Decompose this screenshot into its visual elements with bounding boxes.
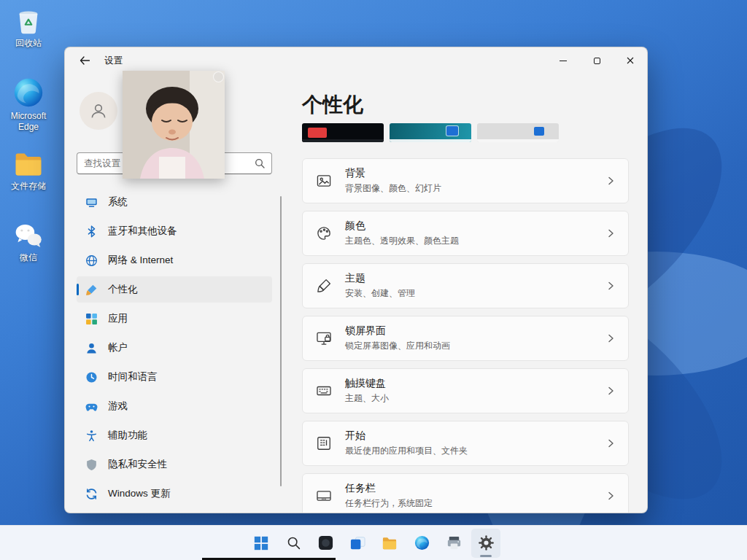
close-button[interactable] bbox=[614, 47, 647, 74]
taskbar-rect-icon bbox=[316, 488, 332, 504]
taskbar bbox=[0, 525, 747, 560]
sidebar-item-label: 帐户 bbox=[108, 341, 128, 354]
back-button[interactable] bbox=[74, 50, 96, 71]
card-title: 触摸键盘 bbox=[345, 377, 389, 390]
sidebar-item-gaming[interactable]: 游戏 bbox=[77, 393, 272, 419]
printer-button[interactable] bbox=[439, 529, 468, 558]
sidebar-item-bluetooth-devices[interactable]: 蓝牙和其他设备 bbox=[77, 218, 272, 244]
sidebar-item-label: 系统 bbox=[108, 195, 128, 209]
theme-taskbar-light bbox=[390, 139, 471, 142]
settings-main: 个性化 bbox=[284, 74, 647, 513]
color-palette-icon bbox=[316, 225, 332, 241]
sidebar-item-windows-update[interactable]: Windows 更新 bbox=[77, 481, 272, 507]
window-title: 设置 bbox=[104, 55, 123, 67]
theme-taskbar-light bbox=[477, 139, 559, 142]
card-subtitle: 任务栏行为，系统固定 bbox=[345, 497, 433, 510]
card-themes[interactable]: 主题安装、创建、管理 bbox=[302, 263, 629, 308]
photo-corner-button[interactable] bbox=[213, 71, 224, 82]
teal-theme-preview[interactable] bbox=[390, 123, 471, 142]
card-touch-keyboard[interactable]: 触摸键盘主题、大小 bbox=[302, 368, 629, 413]
card-subtitle: 主题色、透明效果、颜色主题 bbox=[345, 235, 459, 247]
apps-grid-icon bbox=[85, 313, 98, 325]
touch-keyboard-icon bbox=[316, 383, 332, 399]
chevron-right-icon bbox=[606, 386, 615, 395]
desktop-icon-file-storage[interactable]: 文件存储 bbox=[0, 149, 57, 192]
windows-logo-icon bbox=[253, 535, 269, 551]
card-lock-screen[interactable]: 锁屏界面锁定屏幕图像、应用和动画 bbox=[302, 316, 629, 361]
desktop-icon-recycle-bin[interactable]: 回收站 bbox=[0, 6, 57, 49]
personalization-brush-icon bbox=[85, 284, 98, 296]
shield-icon bbox=[85, 459, 98, 471]
taskbar-app-dark[interactable] bbox=[311, 529, 340, 558]
accessibility-icon bbox=[85, 429, 98, 442]
page-title: 个性化 bbox=[302, 94, 629, 117]
sidebar-item-label: 隐私和安全性 bbox=[108, 458, 167, 471]
file-explorer-button[interactable] bbox=[375, 529, 404, 558]
sidebar-item-label: 个性化 bbox=[108, 283, 138, 296]
minimize-button[interactable] bbox=[546, 47, 580, 74]
desktop-icon-label: 回收站 bbox=[15, 38, 42, 48]
card-title: 颜色 bbox=[345, 219, 459, 233]
card-title: 背景 bbox=[345, 167, 441, 180]
sidebar-item-personalization[interactable]: 个性化 bbox=[77, 276, 272, 303]
sidebar-item-accounts[interactable]: 帐户 bbox=[77, 335, 272, 361]
task-view-button[interactable] bbox=[343, 529, 372, 558]
light-theme-preview[interactable] bbox=[477, 123, 559, 142]
account-avatar[interactable] bbox=[80, 92, 117, 130]
desktop-icon-edge[interactable]: Microsoft Edge bbox=[0, 76, 57, 133]
desktop-icon-label: Microsoft Edge bbox=[11, 111, 47, 132]
folder-icon bbox=[381, 535, 398, 551]
card-subtitle: 最近使用的应用和项目、文件夹 bbox=[345, 445, 468, 457]
card-subtitle: 安装、创建、管理 bbox=[345, 287, 415, 300]
window-controls bbox=[546, 47, 647, 74]
start-button[interactable] bbox=[247, 529, 276, 558]
theme-brush-icon bbox=[316, 278, 332, 294]
clock-icon bbox=[85, 371, 98, 384]
sidebar-item-label: 蓝牙和其他设备 bbox=[108, 225, 177, 238]
card-subtitle: 背景图像、颜色、幻灯片 bbox=[345, 182, 441, 195]
baby-photo-overlay bbox=[123, 71, 225, 179]
sidebar-item-system[interactable]: 系统 bbox=[77, 189, 272, 215]
baby-photo bbox=[123, 71, 225, 179]
sidebar-item-accessibility[interactable]: 辅助功能 bbox=[77, 422, 272, 448]
card-background[interactable]: 背景背景图像、颜色、幻灯片 bbox=[302, 158, 629, 203]
card-subtitle: 锁定屏幕图像、应用和动画 bbox=[345, 340, 450, 352]
search-icon bbox=[286, 535, 301, 551]
sidebar-item-label: 时间和语言 bbox=[108, 370, 158, 384]
desktop-icon-wechat[interactable]: 微信 bbox=[0, 220, 57, 263]
card-taskbar[interactable]: 任务栏任务栏行为，系统固定 bbox=[302, 473, 629, 513]
settings-button[interactable] bbox=[471, 529, 500, 558]
background-image-icon bbox=[316, 173, 332, 189]
edge-icon bbox=[12, 76, 45, 109]
card-start[interactable]: 开始最近使用的应用和项目、文件夹 bbox=[302, 421, 629, 466]
sidebar-item-network[interactable]: 网络 & Internet bbox=[77, 247, 272, 273]
folder-icon bbox=[12, 149, 45, 179]
card-subtitle: 主题、大小 bbox=[345, 392, 389, 405]
card-title: 锁屏界面 bbox=[345, 324, 450, 338]
card-title: 任务栏 bbox=[345, 482, 433, 495]
maximize-button[interactable] bbox=[580, 47, 614, 74]
dark-theme-preview[interactable] bbox=[302, 123, 384, 142]
system-icon bbox=[85, 196, 98, 209]
sidebar-item-apps[interactable]: 应用 bbox=[77, 306, 272, 332]
bluetooth-icon bbox=[85, 225, 98, 238]
card-colors[interactable]: 颜色主题色、透明效果、颜色主题 bbox=[302, 211, 629, 256]
sidebar-item-privacy-security[interactable]: 隐私和安全性 bbox=[77, 451, 272, 478]
sidebar-item-time-language[interactable]: 时间和语言 bbox=[77, 364, 272, 390]
search-icon bbox=[255, 158, 265, 168]
sidebar-nav: 系统 蓝牙和其他设备 网络 & Internet 个性化 bbox=[77, 189, 272, 507]
sidebar-scrollbar[interactable] bbox=[280, 196, 282, 486]
chevron-right-icon bbox=[606, 491, 615, 500]
theme-window-blue bbox=[446, 126, 458, 136]
search-button[interactable] bbox=[279, 529, 308, 558]
close-icon bbox=[627, 57, 634, 64]
chevron-right-icon bbox=[606, 229, 615, 238]
sidebar-item-label: 辅助功能 bbox=[108, 429, 147, 442]
card-title: 开始 bbox=[345, 429, 468, 443]
edge-button[interactable] bbox=[407, 529, 436, 558]
edge-icon bbox=[414, 534, 430, 551]
lock-screen-icon bbox=[316, 330, 332, 346]
gamepad-icon bbox=[85, 400, 98, 413]
back-arrow-icon bbox=[80, 56, 90, 65]
titlebar: 设置 bbox=[65, 47, 647, 74]
